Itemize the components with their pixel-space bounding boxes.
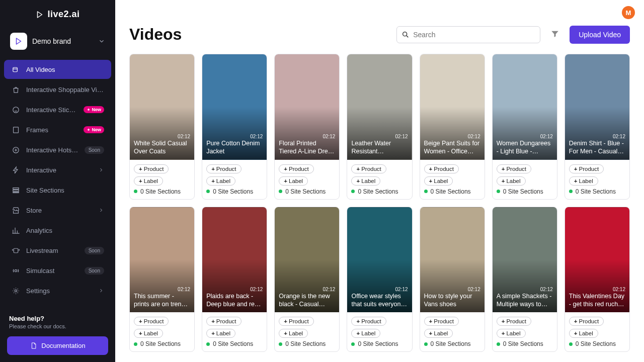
add-label-button[interactable]: + Label: [424, 176, 453, 186]
header: Videos Upload Video: [115, 0, 644, 49]
svg-point-8: [15, 269, 17, 272]
video-thumb[interactable]: 02:12 Office wear styles that suits ever…: [347, 207, 412, 313]
svg-rect-5: [13, 190, 18, 191]
video-thumb[interactable]: 02:12 A simple Shackets - Multiple ways …: [493, 207, 557, 313]
video-card[interactable]: 02:12 Beige Pant Suits for Women - Offic…: [420, 54, 485, 200]
add-product-button[interactable]: + Product: [206, 317, 241, 326]
video-thumb[interactable]: 02:12 Orange is the new black - Casual s…: [275, 207, 339, 313]
add-product-button[interactable]: + Product: [206, 164, 241, 173]
store-icon: [11, 206, 20, 215]
video-thumb[interactable]: 02:12 This summer - prints are on trend …: [130, 207, 194, 313]
video-card[interactable]: 02:12 A simple Shackets - Multiple ways …: [492, 207, 557, 352]
video-card[interactable]: 02:12 Denim Shirt - Blue - For Men - Cas…: [565, 54, 630, 200]
sidebar-item-store[interactable]: Store: [4, 201, 111, 220]
svg-rect-2: [13, 127, 18, 132]
add-product-button[interactable]: + Product: [279, 164, 313, 173]
bolt-icon: [11, 165, 20, 174]
add-product-button[interactable]: + Product: [497, 317, 531, 326]
sidebar-item-label: Simulcast: [26, 267, 78, 275]
video-duration: 02:12: [134, 287, 190, 292]
sidebar-item-site-sections[interactable]: Site Sections: [4, 180, 111, 200]
video-card[interactable]: 02:12 Floral Printed Tiered A-Line Dress…: [274, 54, 340, 200]
video-card[interactable]: 02:12 Women Dungarees - Light Blue - Cas…: [492, 54, 557, 200]
add-label-button[interactable]: + Label: [351, 329, 380, 338]
sidebar-item-interactive-shoppable-videos[interactable]: Interactive Shoppable Videos: [4, 80, 111, 99]
add-product-button[interactable]: + Product: [569, 317, 604, 326]
sidebar-item-label: Interactive Hotspots: [26, 146, 78, 154]
video-thumb[interactable]: 02:12 Denim Shirt - Blue - For Men - Cas…: [565, 54, 629, 160]
add-label-button[interactable]: + Label: [497, 329, 526, 338]
video-title: Orange is the new black - Casual shoes f…: [279, 292, 335, 309]
add-label-button[interactable]: + Label: [279, 176, 308, 186]
upload-video-button[interactable]: Upload Video: [570, 26, 630, 44]
filter-button[interactable]: [547, 26, 562, 43]
sidebar-item-simulcast[interactable]: SimulcastSoon: [4, 261, 111, 280]
add-product-button[interactable]: + Product: [134, 164, 169, 173]
add-label-button[interactable]: + Label: [569, 176, 598, 186]
site-sections-count: 0 Site Sections: [279, 188, 335, 195]
video-duration: 02:12: [351, 134, 408, 139]
card-body: + Product + Label 0 Site Sections: [275, 160, 339, 199]
add-label-button[interactable]: + Label: [134, 329, 163, 338]
documentation-button[interactable]: Documentation: [7, 336, 108, 355]
add-label-button[interactable]: + Label: [134, 176, 163, 186]
brand-name: Demo brand: [32, 37, 93, 45]
sidebar-item-interactive-stickers[interactable]: Interactive StickersNew: [4, 100, 111, 119]
svg-point-1: [13, 107, 18, 112]
card-body: + Product + Label 0 Site Sections: [130, 312, 194, 351]
sidebar-item-label: Settings: [26, 287, 92, 295]
video-duration: 02:12: [424, 134, 480, 139]
card-body: + Product + Label 0 Site Sections: [565, 160, 629, 199]
add-product-button[interactable]: + Product: [424, 164, 459, 173]
video-card[interactable]: 02:12 This summer - prints are on trend …: [129, 207, 195, 352]
sidebar-item-interactive[interactable]: Interactive: [4, 160, 111, 179]
video-thumb[interactable]: 02:12 Women Dungarees - Light Blue - Cas…: [493, 54, 557, 160]
video-card[interactable]: 02:12 Pure Cotton Denim Jacket + Product…: [202, 54, 267, 200]
video-thumb[interactable]: 02:12 How to style your Vans shoes: [420, 207, 485, 313]
video-thumb[interactable]: 02:12 Plaids are back - Deep blue and re…: [202, 207, 267, 313]
video-card[interactable]: 02:12 How to style your Vans shoes + Pro…: [420, 207, 485, 352]
search-wrap: [396, 26, 540, 43]
add-product-button[interactable]: + Product: [424, 317, 459, 326]
add-label-button[interactable]: + Label: [206, 329, 235, 338]
sidebar-item-all-videos[interactable]: All Videos: [4, 60, 111, 79]
add-label-button[interactable]: + Label: [351, 176, 380, 186]
video-thumb[interactable]: 02:12 Beige Pant Suits for Women - Offic…: [420, 54, 485, 160]
add-label-button[interactable]: + Label: [497, 176, 526, 186]
add-label-button[interactable]: + Label: [569, 329, 598, 338]
chevron-down-icon: [98, 38, 105, 45]
add-product-button[interactable]: + Product: [497, 164, 531, 173]
video-thumb[interactable]: 02:12 This Valentines Day - get this red…: [565, 207, 629, 313]
sidebar-item-livestream[interactable]: LivestreamSoon: [4, 241, 111, 260]
card-body: + Product + Label 0 Site Sections: [347, 312, 412, 351]
add-product-button[interactable]: + Product: [351, 317, 386, 326]
video-card[interactable]: 02:12 Orange is the new black - Casual s…: [274, 207, 340, 352]
add-label-button[interactable]: + Label: [206, 176, 235, 186]
sidebar-item-analytics[interactable]: Analytics: [4, 221, 111, 240]
help-title: Need help?: [9, 315, 106, 322]
card-body: + Product + Label 0 Site Sections: [493, 160, 557, 199]
video-card[interactable]: 02:12 Plaids are back - Deep blue and re…: [202, 207, 267, 352]
add-label-button[interactable]: + Label: [279, 329, 308, 338]
sidebar-item-settings[interactable]: Settings: [4, 281, 111, 300]
add-product-button[interactable]: + Product: [134, 317, 169, 326]
main: M Videos Upload Video 02:12 White Solid …: [115, 0, 644, 362]
video-card[interactable]: 02:12 White Solid Casual Over Coats + Pr…: [129, 54, 195, 200]
add-product-button[interactable]: + Product: [569, 164, 604, 173]
svg-rect-6: [13, 192, 18, 193]
video-card[interactable]: 02:12 This Valentines Day - get this red…: [565, 207, 630, 352]
avatar[interactable]: M: [622, 6, 635, 19]
search-input[interactable]: [396, 26, 540, 43]
brand-selector[interactable]: Demo brand: [7, 30, 108, 53]
sidebar-item-frames[interactable]: FramesNew: [4, 120, 111, 139]
video-card[interactable]: 02:12 Office wear styles that suits ever…: [347, 207, 412, 352]
add-label-button[interactable]: + Label: [424, 329, 453, 338]
add-product-button[interactable]: + Product: [279, 317, 313, 326]
video-card[interactable]: 02:12 Leather Water Resistant Structured…: [347, 54, 412, 200]
add-product-button[interactable]: + Product: [351, 164, 386, 173]
video-thumb[interactable]: 02:12 Pure Cotton Denim Jacket: [202, 54, 267, 160]
video-thumb[interactable]: 02:12 White Solid Casual Over Coats: [130, 54, 194, 160]
video-thumb[interactable]: 02:12 Floral Printed Tiered A-Line Dress…: [275, 54, 339, 160]
sidebar-item-interactive-hotspots[interactable]: Interactive HotspotsSoon: [4, 140, 111, 159]
video-thumb[interactable]: 02:12 Leather Water Resistant Structured…: [347, 54, 412, 160]
